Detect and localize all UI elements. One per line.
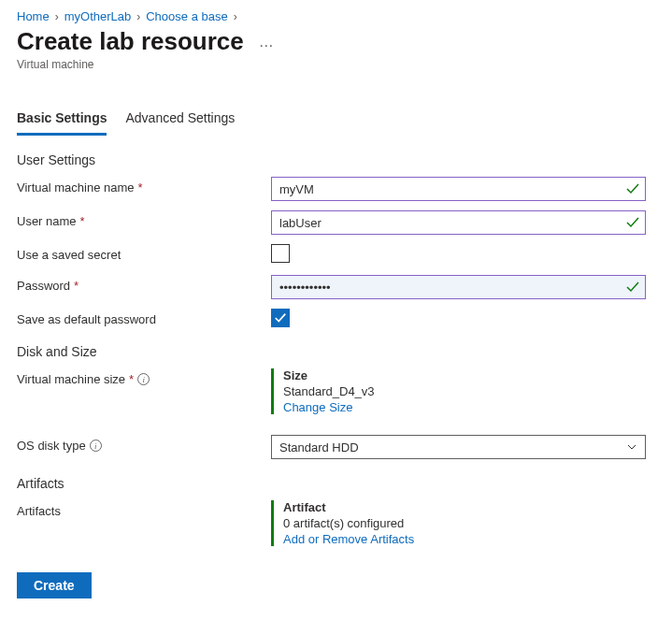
breadcrumb-home[interactable]: Home [17, 9, 50, 23]
section-user-settings: User Settings [17, 152, 655, 167]
label-use-saved-secret: Use a saved secret [17, 248, 121, 262]
page-title: Create lab resource [17, 27, 244, 56]
label-os-disk-type: OS disk type [17, 439, 86, 453]
vm-name-input[interactable] [271, 177, 646, 201]
artifact-value: 0 artifact(s) configured [283, 516, 646, 530]
chevron-right-icon: › [55, 10, 59, 23]
more-icon[interactable]: … [259, 34, 275, 50]
label-vm-name: Virtual machine name [17, 180, 135, 195]
os-disk-type-value: Standard HDD [279, 440, 359, 454]
os-disk-type-select[interactable]: Standard HDD [271, 435, 646, 459]
label-user-name: User name [17, 214, 77, 228]
vm-size-card: Size Standard_D4_v3 Change Size [271, 368, 646, 414]
add-remove-artifacts-link[interactable]: Add or Remove Artifacts [283, 532, 414, 546]
checkmark-icon [625, 215, 640, 230]
label-password: Password [17, 279, 70, 293]
chevron-down-icon [626, 441, 637, 453]
breadcrumb: Home › myOtherLab › Choose a base › [17, 9, 655, 23]
label-save-default-password: Save as default password [17, 312, 156, 326]
info-icon[interactable]: i [90, 440, 102, 452]
checkmark-icon [625, 280, 640, 295]
password-input[interactable] [271, 275, 646, 299]
size-value: Standard_D4_v3 [283, 384, 646, 398]
artifact-heading: Artifact [283, 500, 646, 514]
info-icon[interactable]: i [137, 373, 150, 385]
section-disk-size: Disk and Size [17, 344, 655, 359]
checkmark-icon [625, 181, 640, 196]
required-indicator: * [129, 372, 134, 386]
chevron-right-icon: › [136, 10, 140, 23]
required-indicator: * [138, 180, 143, 195]
page-subtitle: Virtual machine [17, 58, 655, 71]
save-default-password-checkbox[interactable] [271, 309, 290, 327]
chevron-right-icon: › [234, 10, 237, 23]
use-saved-secret-checkbox[interactable] [271, 244, 290, 263]
tabs: Basic Settings Advanced Settings [17, 105, 655, 136]
required-indicator: * [74, 279, 79, 293]
label-artifacts: Artifacts [17, 504, 61, 518]
tab-basic-settings[interactable]: Basic Settings [17, 105, 107, 136]
size-heading: Size [283, 368, 646, 382]
user-name-input[interactable] [271, 210, 646, 235]
breadcrumb-lab[interactable]: myOtherLab [64, 9, 132, 23]
breadcrumb-choose-base[interactable]: Choose a base [146, 9, 227, 23]
artifact-card: Artifact 0 artifact(s) configured Add or… [271, 500, 646, 546]
change-size-link[interactable]: Change Size [283, 400, 352, 414]
tab-advanced-settings[interactable]: Advanced Settings [125, 105, 235, 136]
section-artifacts: Artifacts [17, 476, 655, 491]
create-button[interactable]: Create [17, 572, 92, 598]
required-indicator: * [80, 214, 85, 228]
label-vm-size: Virtual machine size [17, 372, 125, 386]
